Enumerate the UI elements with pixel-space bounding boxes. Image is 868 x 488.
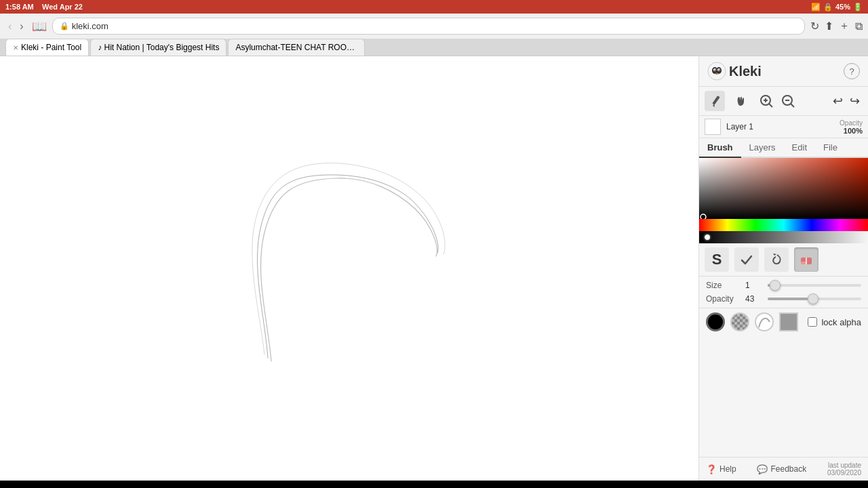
drawing-canvas[interactable] xyxy=(0,56,698,481)
tab-file[interactable]: File xyxy=(815,138,846,158)
layer-name: Layer 1 xyxy=(726,122,834,131)
opacity-slider-track[interactable] xyxy=(768,298,861,300)
feedback-footer-button[interactable]: 💬 Feedback xyxy=(757,464,806,474)
wifi-icon: 📶 xyxy=(811,3,821,12)
opacity-slider-thumb[interactable] xyxy=(808,293,818,304)
color-swatch-black[interactable] xyxy=(706,312,725,331)
url-bar[interactable]: 🔒 kleki.com xyxy=(52,18,805,35)
browser-chrome: ‹ › 📖 🔒 kleki.com ↻ ⬆ ＋ ⧉ ✕Kleki - Paint… xyxy=(0,14,868,56)
status-time-date: 1:58 AM Wed Apr 22 xyxy=(5,3,83,11)
main-area: Kleki ? xyxy=(0,56,868,481)
brush-tools-row: S xyxy=(699,243,868,277)
zoom-controls xyxy=(756,91,798,111)
forward-button[interactable]: › xyxy=(17,19,26,34)
zoom-in-button[interactable] xyxy=(756,91,776,111)
svg-point-5 xyxy=(715,70,716,71)
color-gradient[interactable] xyxy=(699,158,868,219)
kleki-logo-text: Kleki xyxy=(729,64,762,79)
help-footer-button[interactable]: ❓ Help xyxy=(706,464,736,474)
url-text: kleki.com xyxy=(72,21,108,31)
size-slider-thumb[interactable] xyxy=(770,280,781,291)
spacer xyxy=(699,336,868,457)
svg-point-6 xyxy=(719,70,720,71)
lock-alpha-checkbox[interactable] xyxy=(808,317,817,327)
size-label: Size xyxy=(706,281,740,290)
browser-tab-tab2[interactable]: ♪ Hit Nation | Today's Biggest Hits xyxy=(90,39,226,56)
eraser-brush-button[interactable] xyxy=(794,247,818,272)
stroke-brush-button[interactable]: S xyxy=(705,247,729,272)
right-panel: Kleki ? xyxy=(698,56,868,481)
size-slider-track[interactable] xyxy=(768,284,861,287)
tab-edit[interactable]: Edit xyxy=(784,138,815,158)
undo-redo-controls: ↩ ↪ xyxy=(830,91,863,111)
color-swatch-stroke[interactable] xyxy=(755,312,774,331)
bookmarks-button[interactable]: 📖 xyxy=(32,19,47,34)
opacity-slider-label: Opacity xyxy=(706,294,740,304)
stroke-swatch-icon xyxy=(756,314,772,330)
lock-alpha-label[interactable]: lock alpha xyxy=(821,317,861,327)
browser-tab-tab3[interactable]: Asylumchat-TEEN CHAT ROOM- TEENCHAT- ROL… xyxy=(228,39,365,56)
fill-brush-button[interactable] xyxy=(734,247,759,272)
opacity-label: Opacity xyxy=(840,119,863,127)
brush-tool-button[interactable] xyxy=(705,91,725,111)
eraser-icon xyxy=(799,252,814,267)
tabs-bar: ✕Kleki - Paint Tool♪ Hit Nation | Today'… xyxy=(0,39,868,56)
color-swatch-square[interactable] xyxy=(779,312,798,331)
lock-alpha-row: lock alpha xyxy=(808,317,861,327)
new-tab-button[interactable]: ＋ xyxy=(839,19,850,33)
color-hue-bar[interactable] xyxy=(699,219,868,231)
lock-icon: 🔒 xyxy=(823,3,833,12)
opacity-slider-row: Opacity 43 xyxy=(706,294,861,304)
svg-line-16 xyxy=(791,104,794,107)
svg-rect-22 xyxy=(801,262,806,264)
hand-tool-button[interactable] xyxy=(730,91,751,111)
status-date: Wed Apr 22 xyxy=(42,3,83,11)
hand-icon xyxy=(733,94,748,108)
size-value: 1 xyxy=(745,281,762,290)
back-button[interactable]: ‹ xyxy=(5,19,14,34)
last-update-date: 03/09/2020 xyxy=(827,469,861,476)
redo-button[interactable]: ↪ xyxy=(847,91,863,111)
kleki-logo: Kleki xyxy=(707,62,762,81)
tab-layers[interactable]: Layers xyxy=(741,138,784,158)
layer-thumbnail xyxy=(705,119,721,135)
color-picker-section[interactable] xyxy=(699,158,868,243)
feedback-label: Feedback xyxy=(770,464,806,474)
opacity-slider-value: 43 xyxy=(745,294,762,304)
question-mark-icon: ? xyxy=(849,66,854,77)
color-swatch-texture[interactable] xyxy=(730,312,749,331)
tab-label: ♪ Hit Nation | Today's Biggest Hits xyxy=(98,43,219,52)
status-indicators: 📶 🔒 45% 🔋 xyxy=(811,3,863,12)
smudge-brush-button[interactable] xyxy=(764,247,789,272)
share-button[interactable]: ⬆ xyxy=(825,20,833,33)
alpha-handle[interactable] xyxy=(703,233,711,241)
tab-brush[interactable]: Brush xyxy=(699,138,741,158)
help-icon-button[interactable]: ? xyxy=(844,63,860,79)
svg-rect-18 xyxy=(699,158,868,219)
last-update: last update 03/09/2020 xyxy=(827,462,861,476)
kleki-header: Kleki ? xyxy=(699,56,868,87)
secure-icon: 🔒 xyxy=(60,22,69,30)
panel-tabs: Brush Layers Edit File xyxy=(699,138,868,158)
svg-marker-20 xyxy=(773,253,776,256)
last-update-label: last update xyxy=(827,462,861,469)
tabs-button[interactable]: ⧉ xyxy=(855,20,863,33)
feedback-icon: 💬 xyxy=(757,464,768,474)
zoom-out-button[interactable] xyxy=(778,91,798,111)
size-slider-row: Size 1 xyxy=(706,281,861,290)
tab-label: Kleki - Paint Tool xyxy=(21,43,81,52)
kleki-logo-icon xyxy=(707,62,726,81)
status-time: 1:58 AM xyxy=(5,3,34,11)
color-alpha-bar[interactable] xyxy=(699,231,868,243)
opacity-value: 100% xyxy=(844,127,863,135)
battery-label: 45% xyxy=(835,3,850,11)
battery-icon: 🔋 xyxy=(853,3,863,12)
browser-tab-tab1[interactable]: ✕Kleki - Paint Tool xyxy=(5,39,89,56)
sliders-section: Size 1 Opacity 43 xyxy=(699,277,868,308)
undo-button[interactable]: ↩ xyxy=(830,91,846,111)
reload-button[interactable]: ↻ xyxy=(810,20,819,33)
help-label: Help xyxy=(719,464,736,474)
canvas-area[interactable] xyxy=(0,56,698,481)
nav-buttons: ‹ › xyxy=(5,19,26,34)
tab-close-icon[interactable]: ✕ xyxy=(13,44,18,52)
